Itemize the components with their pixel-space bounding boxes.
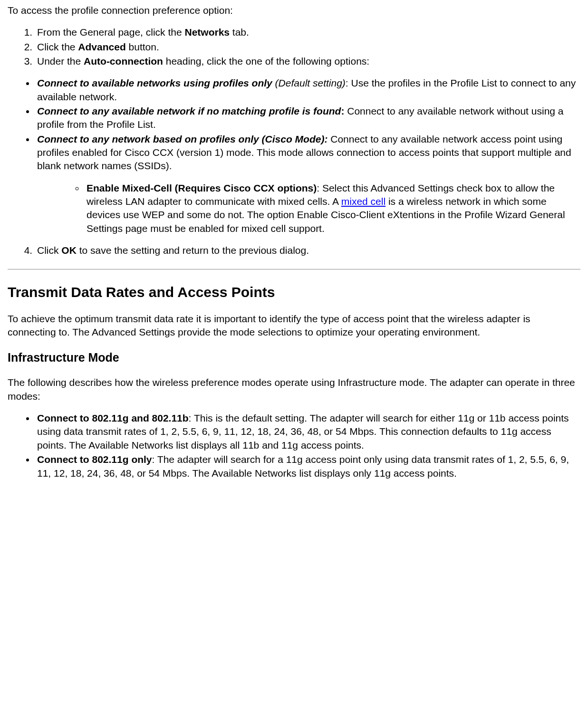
enable-mixed-cell: Enable Mixed-Cell (Requires Cisco CCX op…: [85, 182, 580, 235]
step-1-bold: Networks: [184, 27, 230, 38]
step-4-bold: OK: [61, 245, 77, 256]
transmit-heading: Transmit Data Rates and Access Points: [8, 283, 580, 302]
section-divider: [8, 269, 580, 269]
option-1-title: Connect to available networks using prof…: [37, 77, 272, 88]
mode-g-and-b: Connect to 802.11g and 802.11b: This is …: [35, 412, 580, 452]
cisco-sub-list: Enable Mixed-Cell (Requires Cisco CCX op…: [37, 182, 580, 235]
infrastructure-modes-list: Connect to 802.11g and 802.11b: This is …: [8, 412, 580, 480]
access-steps-list-continued: Click OK to save the setting and return …: [8, 244, 580, 257]
option-cisco-mode: Connect to any network based on profiles…: [35, 133, 580, 235]
infrastructure-intro: The following describes how the wireless…: [8, 376, 580, 403]
step-1-text-a: From the General page, click the: [37, 27, 184, 38]
mixed-cell-title: Enable Mixed-Cell (Requires Cisco CCX op…: [87, 182, 317, 193]
option-1-default: (Default setting): [272, 77, 346, 88]
access-steps-list: From the General page, click the Network…: [8, 26, 580, 68]
option-any-network: Connect to any available network if no m…: [35, 105, 580, 132]
step-2-text-c: button.: [126, 41, 159, 52]
step-4-text-c: to save the setting and return to the pr…: [77, 245, 309, 256]
step-1: From the General page, click the Network…: [35, 26, 580, 39]
infrastructure-heading: Infrastructure Mode: [8, 350, 580, 366]
step-3-text-c: heading, click the one of the following …: [163, 56, 369, 67]
step-1-text-c: tab.: [230, 27, 249, 38]
option-3-title: Connect to any network based on profiles…: [37, 134, 328, 144]
mode-g-only: Connect to 802.11g only: The adapter wil…: [35, 453, 580, 480]
step-3-bold: Auto-connection: [84, 56, 163, 67]
step-2-text-a: Click the: [37, 41, 78, 52]
step-4: Click OK to save the setting and return …: [35, 244, 580, 257]
option-2-title: Connect to any available network if no m…: [37, 106, 341, 116]
mode-1-title: Connect to 802.11g and 802.11b: [37, 413, 189, 423]
transmit-intro: To achieve the optimum transmit data rat…: [8, 312, 580, 339]
mixed-cell-link[interactable]: mixed cell: [341, 196, 386, 207]
connection-options-list: Connect to available networks using prof…: [8, 77, 580, 235]
step-4-text-a: Click: [37, 245, 61, 256]
step-3-text-a: Under the: [37, 56, 84, 67]
intro-paragraph: To access the profile connection prefere…: [8, 4, 580, 17]
step-3: Under the Auto-connection heading, click…: [35, 55, 580, 68]
step-2: Click the Advanced button.: [35, 40, 580, 54]
option-profiles-only: Connect to available networks using prof…: [35, 77, 580, 104]
option-2-colon: :: [341, 106, 347, 116]
step-2-bold: Advanced: [78, 41, 125, 52]
mode-2-title: Connect to 802.11g only: [37, 454, 152, 465]
